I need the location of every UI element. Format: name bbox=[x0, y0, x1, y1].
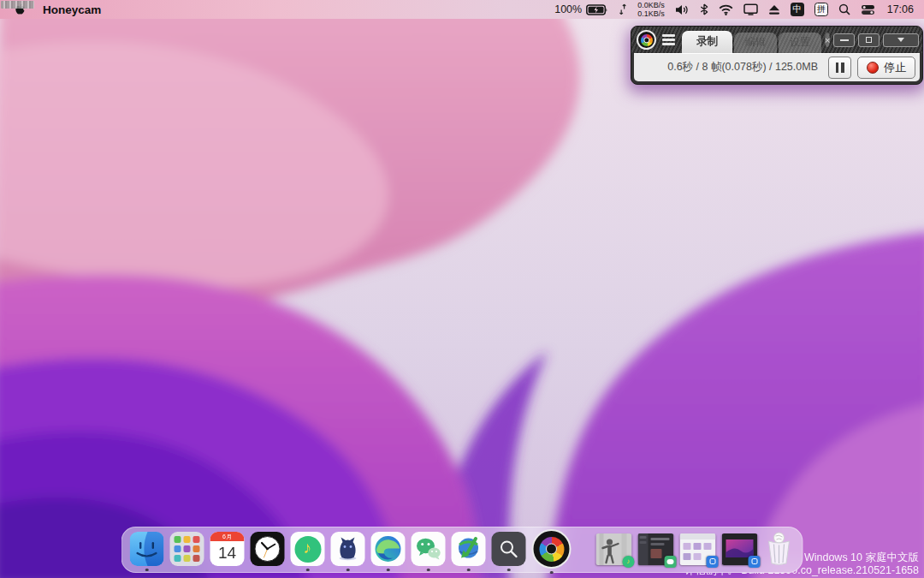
trash-icon bbox=[764, 531, 795, 567]
dock-thumbnail-chat-window[interactable] bbox=[638, 533, 674, 565]
menu-hamburger-icon[interactable] bbox=[662, 34, 675, 45]
calendar-day: 14 bbox=[210, 541, 245, 566]
dock-item-edge[interactable] bbox=[371, 532, 406, 566]
honeycam-tabs: 录制 编辑 设置 bbox=[682, 31, 821, 53]
record-dot-icon bbox=[867, 62, 879, 74]
dock-item-finder[interactable] bbox=[130, 532, 164, 566]
dock-item-launchpad[interactable] bbox=[170, 532, 204, 566]
calendar-icon: 6月 14 bbox=[210, 532, 245, 566]
active-app-name[interactable]: Honeycam bbox=[43, 3, 101, 16]
honeycam-dock-icon bbox=[532, 529, 572, 569]
volume-icon[interactable] bbox=[675, 4, 690, 15]
dock-thumbnail-files-window[interactable] bbox=[680, 533, 716, 565]
running-indicator bbox=[387, 569, 390, 572]
honeycam-logo-icon bbox=[637, 30, 656, 50]
dock-separator bbox=[578, 532, 590, 566]
menu-clock[interactable]: 17:06 bbox=[887, 3, 914, 15]
collapse-button[interactable] bbox=[883, 33, 919, 47]
input-zhong-icon[interactable]: 中 bbox=[791, 3, 804, 16]
qq-music-icon: ♪ bbox=[291, 532, 325, 566]
dock-thumbnail-photo-window[interactable]: ♪ bbox=[596, 533, 632, 565]
display-icon[interactable] bbox=[743, 3, 758, 15]
download-speed: 0.1KB/s bbox=[637, 9, 665, 18]
wechat-badge-icon bbox=[665, 556, 677, 568]
running-indicator bbox=[306, 569, 310, 572]
dock: 6月 14 ♪ bbox=[121, 527, 803, 573]
dock-item-clock[interactable] bbox=[251, 532, 285, 566]
edge-browser-icon bbox=[371, 532, 406, 566]
upload-speed: 0.0KB/s bbox=[637, 1, 665, 9]
recording-stats: 0.6秒 / 8 帧(0.078秒) / 125.0MB bbox=[638, 60, 828, 74]
running-indicator bbox=[467, 569, 471, 572]
corner-watermark bbox=[1, 1, 34, 9]
maximize-button[interactable] bbox=[858, 33, 880, 47]
menu-bar: Honeycam 100% 0.0KB/s bbox=[0, 0, 924, 19]
network-speed[interactable]: 0.0KB/s 0.1KB/s bbox=[637, 1, 665, 18]
stop-button-label: 停止 bbox=[884, 60, 906, 75]
running-indicator bbox=[550, 571, 554, 575]
blue-app-badge-icon bbox=[707, 556, 719, 568]
search-icon[interactable] bbox=[838, 3, 850, 15]
clock-icon bbox=[251, 532, 285, 566]
tab-settings[interactable]: 设置 bbox=[779, 33, 821, 53]
dock-item-download-manager[interactable] bbox=[452, 532, 486, 566]
launchpad-icon bbox=[170, 532, 204, 566]
tab-close-icon[interactable]: × bbox=[825, 33, 830, 47]
input-pinyin-icon[interactable]: 拼 bbox=[814, 3, 828, 16]
desktop-wallpaper bbox=[0, 0, 924, 578]
battery-status[interactable]: 100% bbox=[554, 3, 608, 15]
calendar-month: 6月 bbox=[210, 532, 245, 541]
eject-icon[interactable] bbox=[768, 4, 780, 15]
running-indicator bbox=[507, 569, 511, 572]
honeycam-titlebar[interactable]: 录制 编辑 设置 × bbox=[631, 27, 922, 53]
download-manager-icon bbox=[452, 532, 486, 566]
cat-app-icon bbox=[331, 532, 365, 566]
dock-item-cat-app[interactable] bbox=[331, 532, 365, 566]
music-note-glyph: ♪ bbox=[304, 539, 312, 557]
dock-item-qq-music[interactable]: ♪ bbox=[291, 532, 325, 566]
running-indicator bbox=[145, 569, 149, 572]
tab-edit[interactable]: 编辑 bbox=[734, 33, 777, 53]
tab-record[interactable]: 录制 bbox=[682, 31, 732, 53]
dock-item-wechat[interactable] bbox=[412, 532, 446, 566]
minimize-button[interactable] bbox=[833, 33, 855, 47]
honeycam-recording-bar: 0.6秒 / 8 帧(0.078秒) / 125.0MB 停止 bbox=[634, 53, 920, 81]
pause-button[interactable] bbox=[828, 57, 851, 79]
battery-charging-icon bbox=[586, 4, 608, 15]
dock-item-search-tool[interactable] bbox=[492, 532, 526, 566]
running-indicator bbox=[427, 569, 430, 572]
wechat-icon bbox=[412, 532, 446, 566]
dock-item-trash[interactable] bbox=[764, 531, 795, 567]
blue-app-badge-icon bbox=[749, 556, 761, 568]
qq-music-badge-icon: ♪ bbox=[623, 556, 635, 568]
dock-item-honeycam[interactable] bbox=[532, 529, 572, 569]
control-center-icon[interactable] bbox=[861, 4, 875, 15]
dock-item-calendar[interactable]: 6月 14 bbox=[210, 532, 245, 566]
battery-percent: 100% bbox=[554, 3, 582, 15]
running-indicator bbox=[346, 569, 350, 572]
finder-icon bbox=[130, 532, 164, 566]
search-tool-icon bbox=[492, 532, 526, 566]
honeycam-recorder-window: 录制 编辑 设置 × 0.6秒 / 8 帧(0.078秒) / 125.0MB … bbox=[631, 26, 923, 85]
network-arrows-icon[interactable] bbox=[619, 3, 627, 15]
bluetooth-icon[interactable] bbox=[700, 3, 708, 15]
dock-thumbnail-image-window[interactable] bbox=[722, 533, 758, 565]
wifi-icon[interactable] bbox=[719, 4, 733, 15]
stop-button[interactable]: 停止 bbox=[857, 57, 915, 79]
